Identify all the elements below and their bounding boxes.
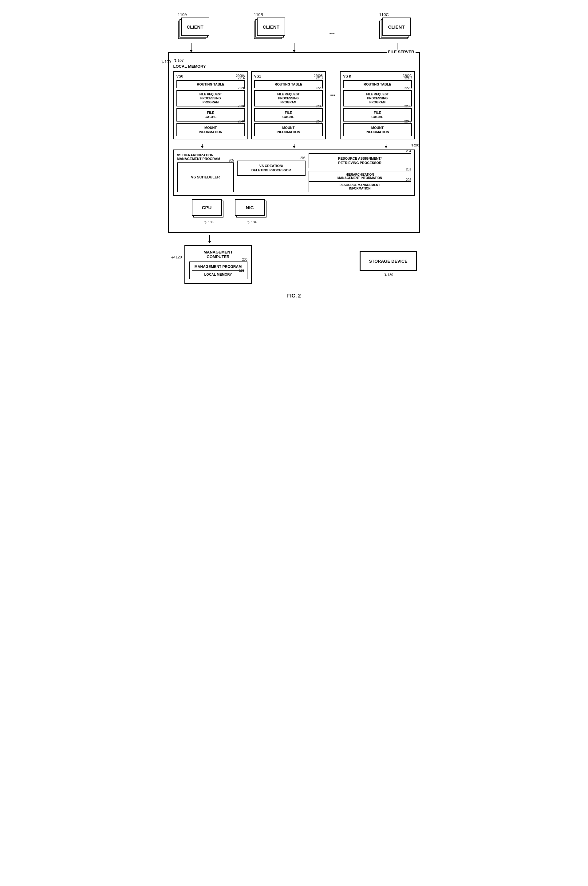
storage-device-group: STORAGE DEVICE ↴ 130 [360,251,417,277]
vsn-file-req: FILE REQUEST PROCESSING PROGRAM [343,90,412,107]
ref-222c: 222C [405,86,412,90]
ref-107: ↴107 [173,58,184,63]
ref-223b: 223B [316,105,323,108]
ref-224b: 224B [316,120,323,123]
nic-group: NIC ↴ 104 [235,199,268,224]
ref-223c: 223C [405,105,412,108]
vs1-routing-table: ROUTING TABLE [254,80,323,88]
resource-mgmt-info: RESOURCE MANAGEMENT INFORMATION [309,182,411,192]
client-b-label: CLIENT [263,24,279,30]
file-server-box: FILE SERVER ↴100 ↴107 LOCAL MEMORY VS0 2… [168,52,420,233]
vs1-file-cache: FILE CACHE [254,108,323,122]
vs-creation-box: VS CREATION/ DELETING PROCESSOR [237,161,306,176]
client-b-group: 110B CLIENT [253,12,285,42]
client-a-group: 110A CLIENT [177,12,210,42]
vs-hier-title: VS HIERARCHIZATION MANAGEMENT PROGRAM [177,153,234,161]
vsn-box: VS n 2200C 221C ROUTING TABLE 222C FILE … [340,71,415,139]
nic-box: NIC [235,199,265,216]
ref-224a: 224A [238,120,244,123]
ref-200: ↴200 [410,143,420,147]
ref-110b: 110B [254,12,263,17]
vs0-name: VS0 [176,74,183,78]
vsn-name: VS n [343,74,351,78]
figure-caption: FIG. 2 [168,293,420,299]
info-boxes-container: 201 HIERARCHIZATION MANAGEMENT INFORMATI… [309,171,411,192]
local-memory-sub: LOCAL MEMORY [192,272,244,276]
storage-device-box: STORAGE DEVICE [360,251,417,271]
cpu-ref: 106 [208,220,213,224]
file-server-label: FILE SERVER [387,50,415,54]
cpu-label: CPU [202,205,212,210]
vs0-box: VS0 2200A 221A ROUTING TABLE 222A FILE R… [173,71,248,139]
ref-202: 202 [406,178,411,182]
local-memory-label: LOCAL MEMORY [173,64,415,69]
ref-222b: 222B [316,86,323,90]
vs1-name: VS1 [254,74,261,78]
nic-label: NIC [246,205,254,210]
nic-ref: 104 [251,220,256,224]
ref-110c: 110C [379,12,389,17]
client-a-box: CLIENT [181,18,209,36]
ref-100: ↴100 [160,59,171,64]
ref-221c: 221C [405,77,412,80]
ref-204: 204 [406,149,411,153]
ref-205: 205 [229,159,234,162]
resource-assign-box: RESOURCE ASSIGNMENT/ RETRIEVING PROCESSO… [309,153,411,168]
dots-separator: ... [329,28,335,42]
ref-224c: 224C [405,120,412,123]
client-c-group: 110C CLIENT [379,12,411,42]
client-c-box: CLIENT [382,18,411,36]
vsn-mount-info: MOUNT INFORMATION [343,123,412,137]
vs0-file-req: FILE REQUEST PROCESSING PROGRAM [176,90,245,107]
cpu-box: CPU [192,199,222,216]
vsn-routing-table: ROUTING TABLE [343,80,412,88]
vs-hier-management-box: VS HIERARCHIZATION MANAGEMENT PROGRAM 20… [173,149,415,196]
client-b-box: CLIENT [257,18,285,36]
diagram-container: 110A CLIENT 110B CLIENT ... [168,12,420,299]
management-program-box: MANAGEMENT PROGRAM 123 LOCAL MEMORY [189,262,248,279]
cpu-group: CPU ↴ 106 [192,199,226,224]
vsn-file-cache: FILE CACHE [343,108,412,122]
hier-mgmt-info: HIERARCHIZATION MANAGEMENT INFORMATION [309,171,411,182]
management-program-label: MANAGEMENT PROGRAM [192,265,244,271]
ref-123: 123 [239,269,244,272]
ref-230: 230 [242,258,248,261]
vs0-mount-info: MOUNT INFORMATION [176,123,245,137]
vs-scheduler-box: VS SCHEDULER [177,162,234,192]
client-c-label: CLIENT [388,24,405,30]
ref-221b: 221B [316,77,323,80]
vs1-file-req: FILE REQUEST PROCESSING PROGRAM [254,90,323,107]
management-computer-label: MANAGEMENT COMPUTER [204,250,232,259]
ref-120: ↵120 [171,254,182,260]
client-a-label: CLIENT [187,24,203,30]
ref-223a: 223A [238,105,244,108]
ref-201: 201 [406,168,411,171]
vs0-routing-table: ROUTING TABLE [176,80,245,88]
ref-221a: 221A [238,77,244,80]
storage-device-label: STORAGE DEVICE [369,259,408,264]
ref-110a: 110A [178,12,187,17]
vs0-file-cache: FILE CACHE [176,108,245,122]
ref-203: 203 [300,156,306,159]
vs-dots: ... [329,71,337,98]
ref-222a: 222A [238,86,244,90]
management-computer-box: MANAGEMENT COMPUTER 230 MANAGEMENT PROGR… [184,245,252,284]
vs1-mount-info: MOUNT INFORMATION [254,123,323,137]
management-computer-group: ↵120 MANAGEMENT COMPUTER 230 MANAGEMENT … [171,245,252,284]
ref-130: 130 [388,273,393,277]
vs1-box: VS1 2200B 221B ROUTING TABLE 222B FILE R… [251,71,326,139]
